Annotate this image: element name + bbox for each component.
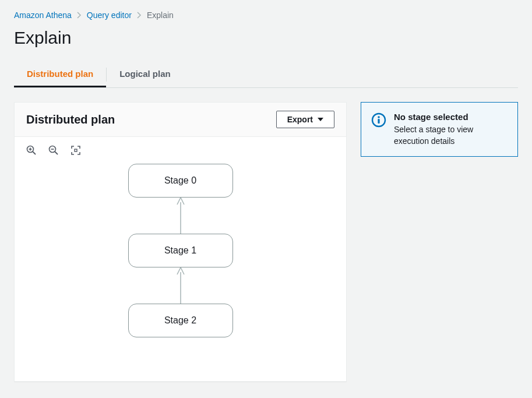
zoom-in-icon[interactable] (26, 145, 37, 156)
info-box: No stage selected Select a stage to view… (361, 102, 518, 157)
arrow-icon (175, 267, 186, 304)
breadcrumb-link-athena[interactable]: Amazon Athena (14, 10, 72, 20)
export-button[interactable]: Export (276, 111, 334, 128)
plan-diagram: Stage 0 Stage 1 Stage 2 (15, 164, 346, 374)
info-title: No stage selected (394, 112, 508, 122)
export-label: Export (287, 115, 313, 124)
distributed-plan-panel: Distributed plan Export Stage 0 (14, 102, 347, 382)
breadcrumb: Amazon Athena Query editor Explain (14, 10, 518, 20)
panel-title: Distributed plan (26, 113, 115, 126)
stage-node-1[interactable]: Stage 1 (128, 234, 233, 267)
tab-distributed-plan[interactable]: Distributed plan (14, 62, 106, 87)
svg-line-1 (33, 152, 36, 154)
chevron-right-icon (76, 12, 82, 19)
tabs: Distributed plan Logical plan (14, 62, 518, 88)
svg-rect-12 (378, 119, 379, 124)
chevron-right-icon (136, 12, 142, 19)
caret-down-icon (318, 118, 323, 121)
svg-rect-7 (75, 149, 77, 152)
fit-screen-icon[interactable] (71, 145, 81, 156)
svg-line-5 (55, 152, 58, 154)
page-title: Explain (14, 28, 518, 48)
info-description: Select a stage to view execution details (394, 124, 508, 147)
diagram-toolbar (15, 137, 346, 164)
breadcrumb-current: Explain (147, 10, 174, 20)
breadcrumb-link-query-editor[interactable]: Query editor (87, 10, 132, 20)
details-panel: No stage selected Select a stage to view… (361, 102, 518, 382)
info-icon (371, 112, 387, 128)
zoom-out-icon[interactable] (48, 145, 59, 156)
stage-node-2[interactable]: Stage 2 (128, 304, 233, 337)
panel-header: Distributed plan Export (15, 103, 346, 137)
arrow-icon (175, 198, 186, 234)
stage-node-0[interactable]: Stage 0 (128, 164, 233, 198)
svg-point-11 (378, 116, 380, 118)
tab-logical-plan[interactable]: Logical plan (107, 62, 184, 87)
